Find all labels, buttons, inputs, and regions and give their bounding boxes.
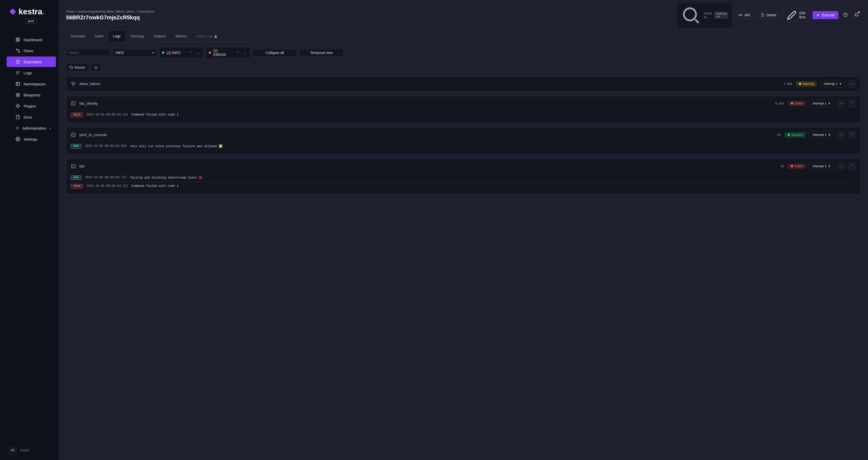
sidebar-item-dashboard[interactable]: Dashboard <box>6 34 56 45</box>
logo-area: kestra. prod <box>0 0 59 27</box>
chevron-up-icon: ⌃ <box>851 133 854 137</box>
attempt-select[interactable]: Attempt 1 ▾ <box>820 80 845 87</box>
breadcrumb-item[interactable]: Executions <box>138 9 154 13</box>
docs-icon <box>16 115 20 119</box>
task-name: fail_silently <box>80 101 98 105</box>
executions-icon <box>16 60 20 64</box>
tab-overview[interactable]: Overview <box>66 31 90 42</box>
breadcrumb-item[interactable]: kestra.engineering.allow_failure_demo <box>79 9 135 13</box>
attempt-select[interactable]: Attempt 1 ▾ <box>809 100 834 107</box>
temporal-view-button[interactable]: Temporal view <box>299 49 344 57</box>
attempt-select[interactable]: Attempt 1 ▾ <box>809 162 834 170</box>
log-card-header: fail 0s Failed Attempt 1 ▾ ⋯ ⌃ <box>66 159 860 173</box>
breadcrumb-item[interactable]: Flows <box>66 9 74 13</box>
status-dot-icon <box>787 134 790 136</box>
admin-icon <box>16 126 19 130</box>
sidebar-item-plugins[interactable]: Plugins <box>6 101 56 111</box>
tab-gantt[interactable]: Gantt <box>90 31 108 42</box>
topbar-actions: Jump to... Ctrl/Cmd + K API API Delete E… <box>677 3 861 27</box>
sidebar-item-namespaces[interactable]: Namespaces <box>6 78 56 89</box>
tab-logs[interactable]: Logs <box>108 31 125 42</box>
level-select[interactable]: INFO ▾ <box>113 49 157 57</box>
status-badge: Failed <box>788 101 806 106</box>
log-line: ERROR 2024-10-08 09:00:03.722 Command fa… <box>71 182 856 190</box>
filter-label: (2) ERROR <box>214 49 230 57</box>
delete-button[interactable]: Delete <box>757 11 780 19</box>
chevron-up-icon[interactable]: ⌃ <box>235 50 240 55</box>
search-input[interactable] <box>69 51 111 55</box>
sidebar-item-docs[interactable]: Docs <box>6 112 56 122</box>
sidebar-item-settings[interactable]: Settings <box>6 134 56 144</box>
sidebar-item-label: Blueprints <box>24 93 40 97</box>
logs-icon <box>16 71 20 75</box>
search-icon <box>680 5 701 26</box>
more-button[interactable]: ⋯ <box>837 162 845 170</box>
svg-rect-2 <box>16 40 17 41</box>
sidebar-item-administration[interactable]: Administration› <box>6 123 56 133</box>
sidebar-collapse-button[interactable] <box>9 447 17 454</box>
svg-point-4 <box>16 49 17 50</box>
dots-icon: ⋯ <box>839 164 843 168</box>
collapse-button[interactable]: ⌃ <box>848 131 856 139</box>
log-card-header: print_to_console 0s Success Attempt 1 ▾ … <box>66 128 860 142</box>
logo[interactable]: kestra. <box>9 7 59 16</box>
log-card-header: fail_silently 0.02s Failed Attempt 1 ▾ ⋯… <box>66 96 860 111</box>
task-icon <box>71 132 76 137</box>
chevron-up-icon[interactable]: ⌃ <box>188 50 193 55</box>
tab-metrics[interactable]: Metrics <box>171 31 191 42</box>
sidebar-item-logs[interactable]: Logs <box>6 68 56 78</box>
level-badge: ERROR <box>71 184 83 188</box>
breadcrumb: Flows/kestra.engineering.allow_failure_d… <box>66 9 154 13</box>
log-card: allow_failure 1.09s Warning Attempt 1 ▾ … <box>66 76 861 91</box>
logo-icon <box>9 8 16 15</box>
sidebar-footer: 0.19.0 <box>0 443 59 460</box>
more-button[interactable]: ⋯ <box>837 131 845 139</box>
help-icon <box>843 12 848 17</box>
chevron-down-icon: ▾ <box>829 101 830 105</box>
execute-button[interactable]: Execute <box>812 11 838 19</box>
status-badge: Success <box>785 132 806 138</box>
collapse-button[interactable]: ⌃ <box>848 162 856 170</box>
download-button[interactable] <box>91 64 101 71</box>
more-button[interactable]: ⋯ <box>837 100 845 107</box>
chevron-down-icon[interactable]: ⌄ <box>196 50 201 55</box>
help-button[interactable] <box>841 11 849 20</box>
logo-text: kestra. <box>19 7 44 16</box>
level-badge: INFO <box>71 175 82 180</box>
log-timestamp: 2024-10-08 09:00:03.516 <box>85 144 127 148</box>
tab-topology[interactable]: Topology <box>126 31 149 42</box>
toolbar: INFO ▾ (2) INFO⌃⌄(2) ERROR⌃⌄ Collapse al… <box>59 42 868 74</box>
notification-dot <box>858 11 860 13</box>
level-select-value: INFO <box>116 51 124 55</box>
sidebar-item-executions[interactable]: Executions <box>6 57 56 67</box>
tab-outputs[interactable]: Outputs <box>149 31 170 42</box>
api-button[interactable]: API API <box>735 11 754 19</box>
chevron-up-icon: ⌃ <box>851 101 854 105</box>
more-button[interactable]: ⋯ <box>848 80 856 88</box>
svg-rect-0 <box>16 38 17 39</box>
restart-button[interactable]: Restart <box>66 64 88 71</box>
task-icon <box>71 81 76 86</box>
lock-icon: 🔒 <box>214 35 217 38</box>
chevron-down-icon[interactable]: ⌄ <box>243 50 247 55</box>
notifications-button[interactable] <box>852 11 861 20</box>
main: Flows/kestra.engineering.allow_failure_d… <box>59 0 868 460</box>
title-block: Flows/kestra.engineering.allow_failure_d… <box>66 9 154 21</box>
svg-rect-17 <box>71 102 75 105</box>
log-card: fail 0s Failed Attempt 1 ▾ ⋯ ⌃ INFO 2024… <box>66 159 861 194</box>
svg-rect-19 <box>71 164 75 168</box>
sidebar-item-blueprints[interactable]: Blueprints <box>6 90 56 100</box>
chevron-down-icon: ▾ <box>829 133 830 137</box>
sidebar-item-label: Dashboard <box>24 38 42 42</box>
jump-to-box[interactable]: Jump to... Ctrl/Cmd + K <box>677 3 732 27</box>
task-icon <box>71 164 76 169</box>
task-name: fail <box>80 164 84 168</box>
collapse-button[interactable]: ⌃ <box>848 100 856 107</box>
duration-text: 0s <box>781 164 784 168</box>
edit-flow-button[interactable]: Edit flow <box>783 8 809 22</box>
collapse-all-button[interactable]: Collapse all <box>253 49 297 57</box>
attempt-select[interactable]: Attempt 1 ▾ <box>809 131 834 138</box>
sidebar-item-flows[interactable]: Flows <box>6 45 56 56</box>
plugins-icon <box>16 104 20 108</box>
svg-rect-7 <box>16 82 20 86</box>
